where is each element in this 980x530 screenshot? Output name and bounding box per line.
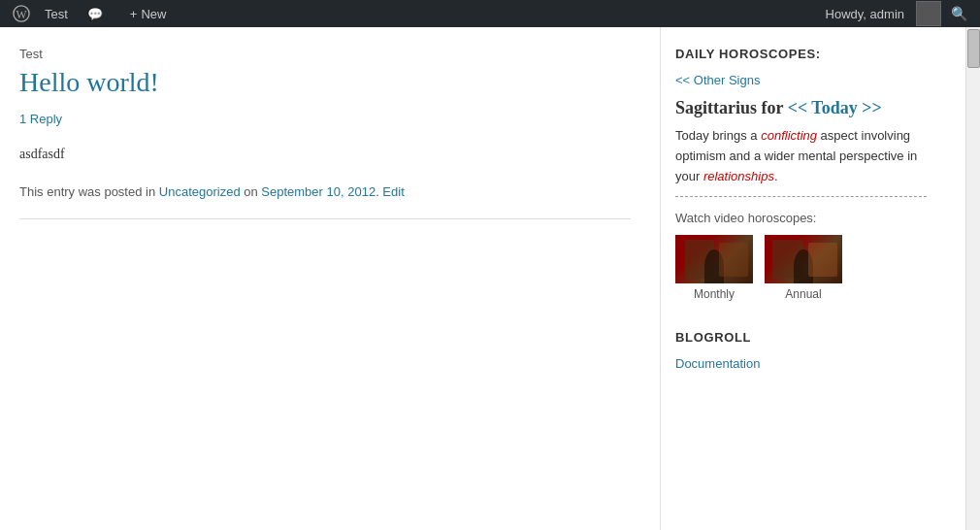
svg-text:W: W [16, 9, 27, 21]
highlight-conflicting: conflicting [761, 128, 817, 143]
admin-avatar [916, 1, 941, 26]
adminbar-new[interactable]: + New [116, 0, 177, 27]
scrollbar[interactable] [965, 27, 980, 530]
reply-count: 1 Reply [19, 112, 631, 126]
horoscope-body: Today brings a conflicting aspect involv… [675, 126, 927, 186]
post-meta: This entry was posted in Uncategorized o… [19, 184, 631, 199]
blogroll-title: BLOGROLL [675, 330, 927, 345]
page-wrapper: Test Hello world! 1 Reply asdfasdf This … [0, 27, 980, 530]
monthly-video[interactable]: Monthly [675, 235, 753, 301]
adminbar-site-name[interactable]: Test [35, 0, 78, 27]
annual-video[interactable]: Annual [765, 235, 842, 301]
person-silhouette [704, 249, 724, 283]
post-divider [19, 218, 631, 219]
comment-icon: 💬 [87, 7, 103, 21]
video-label: Watch video horoscopes: [675, 211, 927, 225]
date-link[interactable]: September 10, 2012 [261, 184, 376, 199]
horoscope-heading: Sagittarius for << Today >> [675, 98, 927, 118]
sidebar: DAILY HOROSCOPES: << Other Signs Sagitta… [660, 27, 941, 530]
monthly-caption: Monthly [694, 287, 735, 301]
admin-bar: W Test 💬 + New Howdy, admin 🔍 [0, 0, 980, 27]
horoscope-section-title: DAILY HOROSCOPES: [675, 47, 927, 61]
adminbar-search-button[interactable]: 🔍 [945, 0, 972, 27]
monthly-thumbnail [675, 235, 753, 283]
annual-caption: Annual [785, 287, 821, 301]
blogroll-section: BLOGROLL Documentation [675, 330, 927, 372]
highlight-relationships: relationships [703, 169, 774, 183]
breadcrumb: Test [19, 47, 631, 61]
horoscope-section: DAILY HOROSCOPES: << Other Signs Sagitta… [675, 47, 927, 301]
adminbar-right: Howdy, admin 🔍 [818, 0, 972, 27]
wp-logo[interactable]: W [8, 0, 35, 27]
post-body: asdfasdf [19, 144, 631, 165]
other-signs-link[interactable]: << Other Signs [675, 73, 760, 87]
plus-icon: + [130, 7, 138, 21]
adminbar-howdy[interactable]: Howdy, admin [818, 7, 912, 21]
edit-link[interactable]: Edit [382, 184, 404, 199]
reply-count-link[interactable]: 1 Reply [19, 112, 62, 126]
scroll-thumb[interactable] [967, 29, 980, 68]
video-thumbnails: Monthly Annual [675, 235, 927, 301]
post-title: Hello world! [19, 67, 631, 98]
video-section: Watch video horoscopes: Monthly [675, 196, 927, 301]
documentation-link[interactable]: Documentation [675, 356, 760, 371]
category-link[interactable]: Uncategorized [159, 184, 241, 199]
person-silhouette-annual [794, 249, 813, 283]
main-content: Test Hello world! 1 Reply asdfasdf This … [0, 27, 660, 530]
annual-thumbnail [765, 235, 842, 283]
today-nav[interactable]: << Today >> [788, 98, 882, 117]
adminbar-comments[interactable]: 💬 [78, 0, 116, 27]
